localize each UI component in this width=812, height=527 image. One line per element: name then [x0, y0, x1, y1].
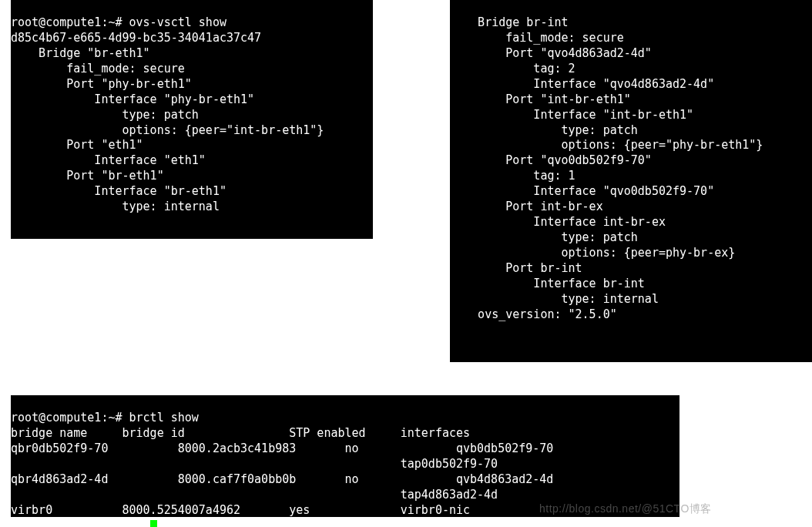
output-line: Interface br-int — [450, 277, 645, 290]
prompt: root@compute1:~# — [11, 411, 129, 425]
output-line: type: patch — [450, 123, 638, 137]
terminal-ovs-left: root@compute1:~# ovs-vsctl show d85c4b67… — [11, 0, 373, 239]
output-line: Interface "eth1" — [11, 153, 206, 167]
output-line: type: internal — [450, 292, 659, 306]
output-line: tag: 2 — [450, 62, 575, 76]
output-line: Port "phy-br-eth1" — [11, 77, 192, 91]
output-line: Port "eth1" — [11, 138, 143, 152]
output-line: Port "br-eth1" — [11, 169, 164, 183]
table-header: bridge name bridge id STP enabled interf… — [11, 426, 470, 440]
table-row: tap0db502f9-70 — [11, 457, 498, 471]
table-row: tap4d863ad2-4d — [11, 488, 498, 502]
output-line: Bridge "br-eth1" — [11, 46, 150, 60]
output-line: options: {peer=phy-br-ex} — [450, 246, 735, 260]
output-line: Port "qvo0db502f9-70" — [450, 153, 652, 167]
output-line: type: internal — [11, 200, 220, 213]
output-line: Port br-int — [450, 261, 582, 275]
output-line: fail_mode: secure — [11, 62, 185, 76]
output-line: Port int-br-ex — [450, 200, 603, 213]
terminal-brctl: root@compute1:~# brctl show bridge name … — [11, 395, 679, 517]
output-line: d85c4b67-e665-4d99-bc35-34041ac37c47 — [11, 31, 261, 45]
table-row: qbr4d863ad2-4d 8000.caf7f0a0bb0b no qvb4… — [11, 472, 553, 486]
output-line: Port "int-br-eth1" — [450, 92, 631, 106]
table-row: qbr0db502f9-70 8000.2acb3c41b983 no qvb0… — [11, 441, 553, 455]
output-line: type: patch — [11, 108, 199, 122]
output-line: fail_mode: secure — [450, 31, 624, 45]
output-line: Interface "phy-br-eth1" — [11, 92, 254, 106]
output-line: ovs_version: "2.5.0" — [450, 307, 617, 321]
output-line: Interface "qvo0db502f9-70" — [450, 184, 714, 198]
prompt: root@compute1:~# — [11, 15, 129, 29]
output-line: Port "qvo4d863ad2-4d" — [450, 46, 652, 60]
output-line: Interface "int-br-eth1" — [450, 108, 693, 122]
output-line: Interface int-br-ex — [450, 215, 666, 229]
output-line: tag: 1 — [450, 169, 575, 183]
output-line: options: {peer="int-br-eth1"} — [11, 123, 324, 137]
output-line: Bridge br-int — [450, 15, 569, 29]
output-line: Interface "br-eth1" — [11, 184, 226, 198]
output-line: options: {peer="phy-br-eth1"} — [450, 138, 763, 152]
command-text: brctl show — [129, 411, 199, 425]
terminal-ovs-right: Bridge br-int fail_mode: secure Port "qv… — [450, 0, 812, 362]
output-line: Interface "qvo4d863ad2-4d" — [450, 77, 714, 91]
output-line: type: patch — [450, 230, 638, 244]
command-text: ovs-vsctl show — [129, 15, 226, 29]
table-row: virbr0 8000.5254007a4962 yes virbr0-nic — [11, 503, 470, 517]
cursor-icon — [150, 520, 157, 528]
